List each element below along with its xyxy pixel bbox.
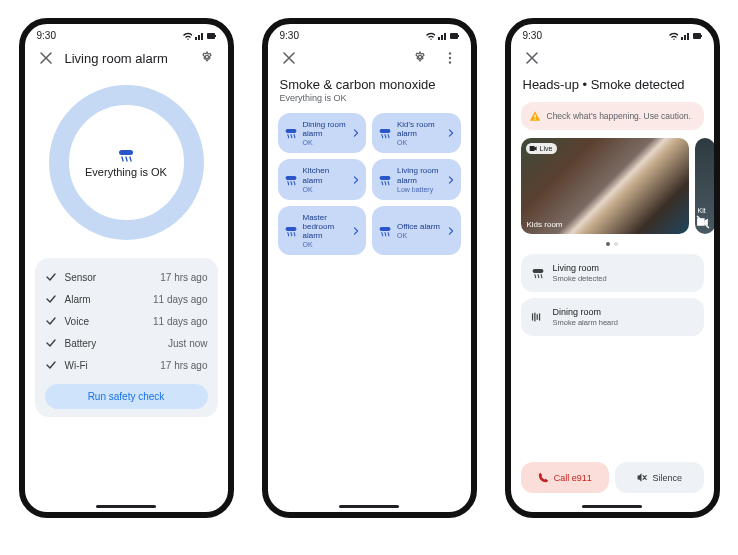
check-label: Sensor	[65, 272, 161, 283]
tile-status: OK	[303, 186, 348, 193]
check-icon	[45, 271, 57, 283]
camera-peek-label: Kit	[698, 207, 706, 214]
alarm-tile[interactable]: Dining room alarmOK	[278, 113, 367, 153]
smoke-detector-icon	[531, 266, 545, 280]
page-title: Smoke & carbon monoxide	[278, 75, 461, 93]
settings-button[interactable]	[196, 47, 218, 69]
home-indicator[interactable]	[582, 505, 642, 508]
status-icons	[182, 31, 216, 41]
alert-message: Smoke detected	[553, 274, 607, 283]
home-indicator[interactable]	[339, 505, 399, 508]
smoke-detector-icon	[284, 173, 298, 187]
check-timestamp: Just now	[168, 338, 207, 349]
carousel-dots	[521, 242, 704, 246]
camera-row: Live Kids room Kit	[521, 138, 704, 234]
check-label: Voice	[65, 316, 154, 327]
check-row: Wi-Fi17 hrs ago	[45, 354, 208, 376]
sound-icon	[531, 310, 545, 324]
call-911-button[interactable]: Call e911	[521, 462, 610, 493]
tile-status: OK	[397, 232, 442, 239]
home-indicator[interactable]	[96, 505, 156, 508]
run-safety-check-button[interactable]: Run safety check	[45, 384, 208, 409]
battery-icon	[449, 31, 459, 41]
close-button[interactable]	[521, 47, 543, 69]
status-time: 9:30	[280, 30, 299, 41]
warning-icon	[529, 110, 541, 122]
tile-name: Master bedroom alarm	[303, 213, 348, 241]
live-label: Live	[540, 145, 553, 152]
more-button[interactable]	[439, 47, 461, 69]
status-icons	[425, 31, 459, 41]
check-timestamp: 17 hrs ago	[160, 272, 207, 283]
smoke-detector-icon	[117, 148, 135, 162]
check-icon	[45, 337, 57, 349]
live-pill: Live	[526, 143, 558, 154]
top-bar	[268, 43, 471, 75]
top-bar	[511, 43, 714, 75]
signal-icon	[680, 31, 690, 41]
battery-icon	[206, 31, 216, 41]
close-button[interactable]	[278, 47, 300, 69]
tile-status: OK	[303, 139, 348, 146]
alarm-tile[interactable]: Kid's room alarmOK	[372, 113, 461, 153]
warning-banner: Check what's happening. Use caution.	[521, 102, 704, 130]
phone-smoke-co: 9:30 Smoke & carbon monoxide Everything …	[262, 18, 477, 518]
camera-next[interactable]: Kit	[695, 138, 714, 234]
check-timestamp: 11 days ago	[153, 294, 208, 305]
alert-card[interactable]: Living roomSmoke detected	[521, 254, 704, 292]
camera-off-icon	[696, 215, 710, 229]
wifi-icon	[182, 31, 192, 41]
check-icon	[45, 359, 57, 371]
alert-room: Living room	[553, 263, 607, 273]
mute-icon	[636, 472, 647, 483]
phone-heads-up: 9:30 Heads-up • Smoke detected Check wha…	[505, 18, 720, 518]
status-ring: Everything is OK	[35, 75, 218, 258]
chevron-right-icon	[352, 176, 360, 184]
tile-name: Kid's room alarm	[397, 120, 442, 138]
top-bar: Living room alarm	[25, 43, 228, 75]
alert-card[interactable]: Dining roomSmoke alarm heard	[521, 298, 704, 336]
check-timestamp: 11 days ago	[153, 316, 208, 327]
wifi-icon	[668, 31, 678, 41]
smoke-detector-icon	[378, 224, 392, 238]
alarm-tile[interactable]: Office alarmOK	[372, 206, 461, 256]
check-label: Wi-Fi	[65, 360, 161, 371]
alert-room: Dining room	[553, 307, 618, 317]
chevron-right-icon	[447, 129, 455, 137]
smoke-detector-icon	[284, 126, 298, 140]
smoke-detector-icon	[378, 126, 392, 140]
close-button[interactable]	[35, 47, 57, 69]
camera-kids-room[interactable]: Live Kids room	[521, 138, 689, 234]
silence-label: Silence	[652, 473, 682, 483]
chevron-right-icon	[447, 227, 455, 235]
check-icon	[45, 293, 57, 305]
tile-name: Dining room alarm	[303, 120, 348, 138]
settings-button[interactable]	[409, 47, 431, 69]
chevron-right-icon	[352, 129, 360, 137]
smoke-detector-icon	[284, 224, 298, 238]
signal-icon	[194, 31, 204, 41]
chevron-right-icon	[447, 176, 455, 184]
tile-name: Kitchen alarm	[303, 166, 348, 184]
status-bar: 9:30	[25, 24, 228, 43]
status-time: 9:30	[37, 30, 56, 41]
alarm-tile[interactable]: Living room alarmLow battery	[372, 159, 461, 199]
check-timestamp: 17 hrs ago	[160, 360, 207, 371]
phone-living-room-alarm: 9:30 Living room alarm Everything is OK …	[19, 18, 234, 518]
alarm-tile[interactable]: Master bedroom alarmOK	[278, 206, 367, 256]
status-bar: 9:30	[511, 24, 714, 43]
camera-label: Kids room	[527, 220, 563, 229]
dot-active[interactable]	[606, 242, 610, 246]
call-label: Call e911	[554, 473, 592, 483]
check-icon	[45, 315, 57, 327]
phone-icon	[538, 472, 549, 483]
status-message: Everything is OK	[85, 166, 167, 178]
status-icons	[668, 31, 702, 41]
alert-message: Smoke alarm heard	[553, 318, 618, 327]
warning-text: Check what's happening. Use caution.	[547, 111, 691, 121]
dot-inactive[interactable]	[614, 242, 618, 246]
silence-button[interactable]: Silence	[615, 462, 704, 493]
signal-icon	[437, 31, 447, 41]
alarm-tile[interactable]: Kitchen alarmOK	[278, 159, 367, 199]
check-row: Alarm11 days ago	[45, 288, 208, 310]
